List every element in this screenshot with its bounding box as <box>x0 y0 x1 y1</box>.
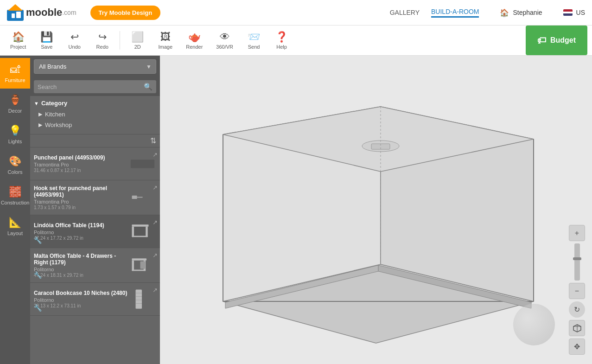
svg-rect-2 <box>12 13 15 18</box>
product-tool-3[interactable]: 🔧 <box>34 271 42 279</box>
colors-label: Colors <box>8 169 23 175</box>
sidebar-item-decor[interactable]: 🏺 Decor <box>0 89 30 119</box>
3d-view-button[interactable] <box>569 320 585 336</box>
brand-select[interactable]: All Brands <box>34 59 156 74</box>
zoom-in-button[interactable]: + <box>569 225 585 241</box>
project-icon: 🏠 <box>12 31 25 43</box>
user-menu[interactable]: 🏠 Stephanie <box>500 8 542 17</box>
undo-icon: ↩ <box>70 31 79 43</box>
image-button[interactable]: 🖼 Image <box>153 29 178 52</box>
separator-1 <box>120 31 120 50</box>
undo-button[interactable]: ↩ Undo <box>62 29 87 52</box>
move-button[interactable]: ✥ <box>569 338 585 355</box>
country-selector[interactable]: US <box>563 9 585 16</box>
product-item-1[interactable]: Hook set for punched panel (44953/991) T… <box>30 180 160 215</box>
search-icon[interactable]: 🔍 <box>144 83 153 91</box>
help-button[interactable]: ❓ Help <box>269 29 294 52</box>
layout-label: Layout <box>7 230 23 236</box>
svg-rect-12 <box>132 260 134 271</box>
sidebar-item-colors[interactable]: 🎨 Colors <box>0 150 30 180</box>
sidebar-item-furniture[interactable]: 🛋 Furniture <box>0 58 30 89</box>
zoom-out-button[interactable]: − <box>569 283 585 299</box>
sidebar-item-lights[interactable]: 💡 Lights <box>0 119 30 150</box>
vr-icon: 👁 <box>220 31 230 43</box>
product-item-4[interactable]: Caracol Bookcase 10 Niches (2480) Polito… <box>30 283 160 316</box>
image-icon: 🖼 <box>160 31 171 43</box>
category-header[interactable]: ▼ Category <box>34 100 156 107</box>
budget-label: Budget <box>550 36 576 45</box>
construction-icon: 🧱 <box>9 186 21 198</box>
sidebar-icons: 🛋 Furniture 🏺 Decor 💡 Lights 🎨 Colors 🧱 … <box>0 56 30 364</box>
product-image-2 <box>128 220 156 243</box>
product-info-4: Caracol Bookcase 10 Niches (2480) Polito… <box>34 290 128 308</box>
vr-button[interactable]: 👁 360/VR <box>210 29 239 52</box>
try-mooble-button[interactable]: Try Mooble Design <box>90 6 161 20</box>
logo-domain: .com <box>62 9 76 16</box>
svg-rect-7 <box>132 224 149 227</box>
country-code: US <box>576 9 585 16</box>
svg-rect-9 <box>146 226 148 237</box>
product-arrow-2: ↗ <box>153 219 158 226</box>
product-arrow-1: ↗ <box>153 184 158 191</box>
save-button[interactable]: 💾 Save <box>34 29 59 52</box>
product-tool-2[interactable]: 🔧 <box>34 236 42 244</box>
gallery-link[interactable]: GALLERY <box>390 9 420 16</box>
svg-rect-15 <box>140 261 146 268</box>
product-arrow-4: ↗ <box>153 287 158 294</box>
globe-decoration <box>513 304 555 345</box>
send-icon: 📨 <box>248 31 260 43</box>
render-icon: 🫖 <box>188 31 201 43</box>
category-item-kitchen[interactable]: ▶ Kitchen <box>34 109 156 120</box>
svg-rect-16 <box>135 289 142 308</box>
rotate-button[interactable]: ↻ <box>569 301 585 318</box>
category-kitchen-label: Kitchen <box>45 111 65 118</box>
svg-rect-10 <box>132 236 148 237</box>
redo-button[interactable]: ↪ Redo <box>89 29 115 52</box>
sidebar-item-layout[interactable]: 📐 Layout <box>0 211 30 242</box>
redo-label: Redo <box>96 44 108 50</box>
flag-icon <box>563 9 573 16</box>
furniture-icon: 🛋 <box>10 64 20 76</box>
product-item-0[interactable]: Punched panel (44953/009) Tramontina Pro… <box>30 147 160 180</box>
save-label: Save <box>41 44 52 50</box>
help-label: Help <box>276 44 287 50</box>
2d-button[interactable]: ⬜ 2D <box>125 29 150 52</box>
product-tool-4[interactable]: 🔧 <box>34 304 42 312</box>
project-button[interactable]: 🏠 Project <box>5 29 32 52</box>
nav-links: GALLERY BUILD-A-ROOM 🏠 Stephanie US <box>390 8 585 18</box>
save-icon: 💾 <box>40 31 53 43</box>
logo: mooble .com <box>7 4 76 21</box>
product-info-0: Punched panel (44953/009) Tramontina Pro… <box>34 154 128 173</box>
zoom-slider[interactable] <box>574 243 580 281</box>
sort-icon[interactable]: ⇅ <box>150 136 156 145</box>
search-container: 🔍 <box>34 80 156 93</box>
product-arrow-3: ↗ <box>153 252 158 259</box>
budget-button[interactable]: 🏷 Budget <box>526 26 587 55</box>
viewport-controls: + − ↻ ✥ <box>569 225 585 355</box>
furniture-label: Furniture <box>5 77 25 83</box>
build-a-room-link[interactable]: BUILD-A-ROOM <box>431 8 479 18</box>
product-name-1: Hook set for punched panel (44953/991) <box>34 185 128 198</box>
send-button[interactable]: 📨 Send <box>241 29 267 52</box>
product-info-2: Lindóia Office Table (1194) Politorno 47… <box>34 222 128 241</box>
category-collapse-icon: ▼ <box>34 101 39 106</box>
product-brand-4: Politorno <box>34 297 128 303</box>
product-name-0: Punched panel (44953/009) <box>34 154 128 161</box>
vr-label: 360/VR <box>216 44 233 50</box>
render-button[interactable]: 🫖 Render <box>180 29 208 52</box>
search-wrap: 🔍 <box>30 77 160 96</box>
product-size-0: 31.46 x 0.87 x 12.17 in <box>34 168 128 173</box>
product-brand-3: Politorno <box>34 267 128 272</box>
send-label: Send <box>248 44 260 50</box>
product-size-3: 47.24 x 18.31 x 29.72 in <box>34 273 128 278</box>
product-info-3: Malta Office Table - 4 Drawers - Right (… <box>34 253 128 278</box>
zoom-thumb <box>573 257 581 260</box>
product-image-3 <box>128 254 156 277</box>
sidebar-item-construction[interactable]: 🧱 Construction <box>0 180 30 211</box>
search-input[interactable] <box>38 83 144 90</box>
category-item-workshop[interactable]: ▶ Workshop <box>34 120 156 130</box>
svg-rect-3 <box>16 12 21 18</box>
product-item-3[interactable]: Malta Office Table - 4 Drawers - Right (… <box>30 248 160 283</box>
top-navigation: mooble .com Try Mooble Design GALLERY BU… <box>0 0 592 26</box>
product-item-2[interactable]: Lindóia Office Table (1194) Politorno 47… <box>30 215 160 248</box>
